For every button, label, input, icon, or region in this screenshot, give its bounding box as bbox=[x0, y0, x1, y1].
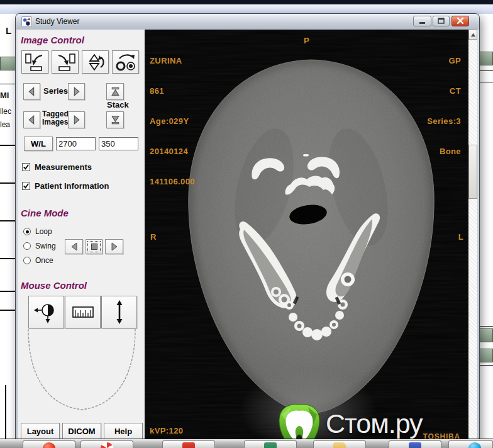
close-button[interactable] bbox=[451, 16, 469, 26]
rotate-left-button[interactable] bbox=[21, 50, 48, 74]
red-app-icon[interactable] bbox=[182, 442, 195, 448]
excel-icon[interactable] bbox=[264, 442, 277, 448]
divider bbox=[479, 365, 493, 366]
radio-button[interactable] bbox=[23, 257, 31, 264]
stack-down-button[interactable] bbox=[106, 111, 124, 128]
stack-label: Stack bbox=[107, 100, 129, 109]
cine-once-radio[interactable]: Once bbox=[23, 256, 53, 265]
tagged-images-label: Tagged Images bbox=[42, 110, 69, 126]
background-text: MI bbox=[0, 91, 9, 100]
maximize-button[interactable] bbox=[433, 16, 450, 26]
radio-button[interactable] bbox=[23, 228, 31, 235]
monitor-app-icon[interactable] bbox=[409, 442, 421, 448]
window-title: Study Viewer bbox=[35, 17, 79, 26]
patient-information-checkbox[interactable]: Patient Information bbox=[22, 181, 109, 191]
divider bbox=[5, 385, 6, 439]
measurements-checkbox[interactable]: Measurements bbox=[22, 162, 92, 172]
app-icon bbox=[21, 16, 32, 27]
tagged-prev-button[interactable] bbox=[23, 111, 40, 128]
series-label: Series bbox=[43, 86, 68, 96]
patient-information-label: Patient Information bbox=[35, 181, 109, 191]
background-button bbox=[0, 57, 16, 70]
help-button[interactable]: Help bbox=[104, 423, 143, 439]
divider bbox=[0, 310, 16, 311]
screen: L MI llec lea bbox=[0, 0, 493, 448]
cine-previous-button[interactable] bbox=[65, 239, 83, 254]
cine-loop-radio[interactable]: Loop bbox=[23, 227, 52, 236]
cine-swing-radio[interactable]: Swing bbox=[23, 242, 56, 250]
study-viewer-window: Study Viewer Image Control bbox=[16, 14, 479, 448]
background-text: L bbox=[6, 25, 11, 36]
modality: CT bbox=[427, 86, 461, 96]
study-info-overlay: GP CT Series:3 Bone bbox=[427, 36, 461, 177]
stack-down-icon bbox=[110, 115, 121, 125]
window-client-area: Image Control bbox=[18, 30, 477, 448]
divider bbox=[0, 291, 16, 292]
divider bbox=[479, 326, 493, 327]
cine-mode-heading: Cine Mode bbox=[21, 208, 69, 218]
once-label: Once bbox=[35, 256, 53, 265]
radio-dot bbox=[26, 230, 29, 233]
arrow-right-icon bbox=[71, 115, 82, 125]
mouse-scroll-tool-button[interactable] bbox=[101, 296, 137, 328]
minimize-button[interactable] bbox=[413, 16, 431, 26]
checkbox-box[interactable] bbox=[22, 163, 30, 171]
window-level-button[interactable]: W/L bbox=[24, 137, 53, 151]
stack-up-icon bbox=[110, 86, 121, 97]
rotate-left-icon bbox=[24, 53, 47, 72]
ct-image-viewport[interactable]: ZURINA 861 Age:029Y 20140124 141106.000 … bbox=[145, 30, 468, 448]
checkbox-box[interactable] bbox=[22, 182, 30, 190]
window-level-tool-icon bbox=[33, 300, 60, 325]
control-panel: Image Control bbox=[18, 30, 145, 448]
layout-button[interactable]: Layout bbox=[21, 423, 60, 439]
scroll-up-button[interactable] bbox=[468, 30, 477, 40]
cine-stop-button[interactable] bbox=[86, 239, 102, 254]
stop-icon bbox=[90, 242, 99, 251]
divider bbox=[0, 84, 16, 84]
folder-icon[interactable] bbox=[333, 442, 346, 448]
watermark-text: Стом.ру bbox=[326, 408, 423, 439]
patient-name: ZURINA bbox=[150, 56, 195, 66]
rotate-right-icon bbox=[54, 53, 77, 72]
tagged-label-line2: Images bbox=[42, 118, 69, 126]
cine-play-button[interactable] bbox=[105, 239, 123, 254]
taskbar bbox=[0, 439, 493, 448]
orientation-right: R bbox=[150, 232, 157, 242]
radio-button[interactable] bbox=[23, 242, 31, 250]
background-window-left-fragment: L MI llec lea bbox=[0, 14, 16, 448]
patient-age: Age:029Y bbox=[150, 116, 195, 126]
vertical-scroll-icon bbox=[106, 300, 133, 325]
flip-vertical-button[interactable] bbox=[82, 50, 109, 74]
study-date: 20140124 bbox=[150, 147, 195, 157]
titlebar[interactable]: Study Viewer bbox=[16, 14, 479, 30]
series-prev-button[interactable] bbox=[23, 83, 40, 100]
step-forward-icon bbox=[109, 242, 119, 252]
window-value-input[interactable] bbox=[56, 137, 96, 150]
background-text: llec bbox=[0, 107, 11, 116]
divider bbox=[0, 220, 16, 221]
background-button bbox=[479, 349, 493, 362]
background-top-bar bbox=[0, 0, 493, 4]
invert-button[interactable] bbox=[112, 50, 139, 74]
series-number: Series:3 bbox=[427, 116, 461, 126]
patient-id: 861 bbox=[150, 86, 195, 96]
divider bbox=[479, 82, 493, 82]
mouse-windowlevel-tool-button[interactable] bbox=[28, 296, 64, 328]
stack-up-button[interactable] bbox=[106, 83, 124, 100]
orientation-left: L bbox=[458, 232, 463, 242]
dicom-button[interactable]: DICOM bbox=[62, 423, 101, 439]
background-window-right-fragment bbox=[479, 14, 493, 448]
patient-info-overlay: ZURINA 861 Age:029Y 20140124 141106.000 bbox=[150, 36, 195, 207]
scrollbar-thumb[interactable] bbox=[468, 145, 477, 199]
series-next-button[interactable] bbox=[68, 83, 85, 100]
mouse-measure-tool-button[interactable] bbox=[65, 296, 101, 328]
mouse-sensitivity-curve bbox=[27, 327, 140, 422]
swing-label: Swing bbox=[35, 242, 56, 250]
ruler-icon bbox=[69, 300, 97, 325]
rotate-right-button[interactable] bbox=[52, 50, 79, 74]
tagged-next-button[interactable] bbox=[68, 111, 85, 128]
divider bbox=[0, 182, 16, 184]
image-scrollbar[interactable] bbox=[468, 30, 477, 448]
level-value-input[interactable] bbox=[99, 137, 138, 150]
divider bbox=[0, 258, 16, 259]
